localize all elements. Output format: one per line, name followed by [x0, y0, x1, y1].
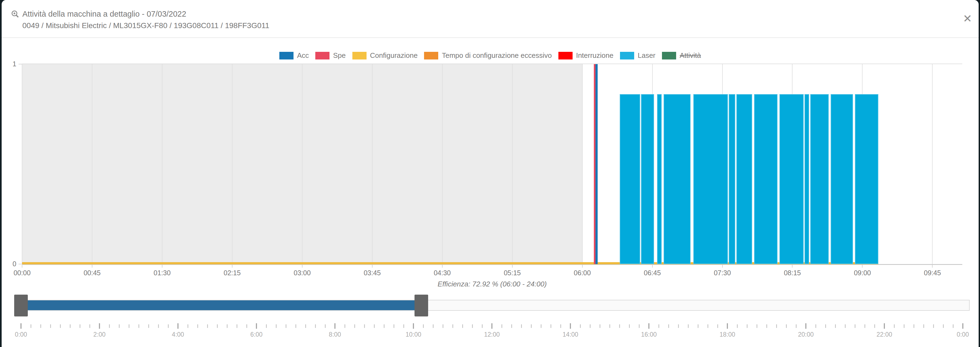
laser-bar[interactable]	[810, 94, 829, 264]
laser-bar[interactable]	[754, 94, 778, 264]
ruler-tick	[344, 325, 345, 328]
ruler-tick	[393, 325, 395, 328]
ruler-tick	[70, 325, 71, 328]
ruler-tick	[325, 325, 326, 328]
ruler-tick	[815, 325, 816, 328]
laser-bar[interactable]	[830, 94, 853, 264]
acc-event-line[interactable]	[595, 64, 598, 264]
ruler-tick	[835, 325, 836, 328]
ruler-tick	[805, 323, 807, 329]
x-tick	[162, 265, 162, 268]
ruler-tick	[796, 325, 797, 328]
ruler-tick	[148, 325, 149, 328]
ruler-tick-label: 0:00	[945, 331, 980, 338]
ruler-tick	[698, 325, 698, 328]
ruler-tick	[374, 325, 375, 328]
x-tick	[722, 265, 723, 268]
ruler-tick	[433, 325, 434, 328]
laser-bar[interactable]	[657, 94, 662, 264]
ruler-tick	[864, 325, 865, 328]
ruler-tick	[472, 325, 473, 328]
y-tick-dash	[19, 64, 22, 64]
ruler-tick	[99, 323, 100, 329]
ruler-tick	[442, 325, 444, 328]
ruler-tick	[188, 325, 188, 328]
ruler-tick	[403, 325, 404, 328]
slider-selected-range[interactable]	[21, 301, 421, 310]
ruler-tick	[168, 325, 169, 328]
laser-bar[interactable]	[641, 94, 654, 264]
ruler-tick	[560, 325, 561, 328]
ruler-tick	[266, 325, 267, 328]
gridline	[92, 64, 92, 264]
ruler-tick	[50, 325, 51, 328]
ruler-tick-label: 8:00	[317, 331, 353, 338]
ruler-tick	[413, 323, 414, 329]
ruler-tick	[609, 325, 610, 328]
x-tick	[582, 265, 583, 268]
gridline	[302, 64, 302, 264]
laser-bar[interactable]	[805, 94, 809, 264]
gridline	[232, 64, 232, 264]
ruler-tick	[60, 325, 61, 328]
laser-bar[interactable]	[855, 94, 878, 264]
gridline	[512, 64, 512, 264]
x-tick-label: 00:45	[73, 269, 111, 277]
gridline	[22, 64, 22, 264]
ruler-tick	[177, 323, 178, 329]
y-tick-dash	[19, 264, 22, 264]
x-tick-label: 08:15	[773, 269, 811, 277]
machine-activity-dialog: Attività della macchina a dettaglio - 07…	[2, 0, 978, 347]
ruler-tick-label: 4:00	[160, 331, 196, 338]
ruler-tick	[119, 325, 119, 328]
ruler-tick	[237, 325, 237, 328]
x-tick	[302, 265, 302, 268]
ruler-tick	[541, 325, 541, 328]
ruler-tick	[943, 325, 944, 328]
ruler-tick	[570, 323, 571, 329]
ruler-tick	[659, 325, 659, 328]
ruler-tick	[737, 325, 738, 328]
ruler-tick	[197, 325, 198, 328]
laser-bar[interactable]	[663, 94, 690, 264]
ruler-tick	[247, 325, 247, 328]
ruler-tick	[256, 323, 257, 329]
x-tick-label: 00:00	[3, 269, 41, 277]
ruler-tick	[423, 325, 424, 328]
ruler-tick	[874, 325, 875, 328]
x-tick	[652, 265, 653, 268]
ruler-tick	[227, 325, 228, 328]
ruler-tick	[923, 325, 924, 328]
ruler-tick	[305, 325, 306, 328]
ruler-tick	[40, 325, 41, 328]
gridline	[372, 64, 372, 264]
y-tick-label: 1	[5, 60, 16, 68]
ruler-tick	[286, 325, 286, 328]
laser-bar[interactable]	[780, 94, 804, 264]
ruler-tick	[296, 325, 296, 328]
ruler-tick	[678, 325, 679, 328]
laser-bar[interactable]	[729, 94, 735, 264]
ruler-tick-label: 16:00	[631, 331, 667, 338]
activity-timeline-chart: 00:0000:4501:3002:1503:0003:4504:3005:15…	[2, 0, 980, 347]
x-tick-label: 05:15	[493, 269, 531, 277]
ruler-tick	[217, 325, 218, 328]
ruler-tick	[962, 323, 963, 329]
ruler-tick	[207, 325, 208, 328]
slider-handle-left[interactable]	[14, 294, 28, 317]
ruler-tick	[708, 325, 708, 328]
laser-bar[interactable]	[693, 94, 728, 264]
laser-bar[interactable]	[737, 94, 752, 264]
efficiency-note: Efficienza: 72.92 % (06:00 - 24:00)	[22, 280, 962, 288]
ruler-tick	[845, 325, 846, 328]
ruler-tick	[354, 325, 355, 328]
ruler-tick-label: 6:00	[239, 331, 274, 338]
ruler-tick-label: 22:00	[867, 331, 902, 338]
ruler-tick	[600, 325, 600, 328]
ruler-tick	[757, 325, 757, 328]
ruler-tick	[913, 325, 914, 328]
laser-bar[interactable]	[620, 94, 640, 264]
slider-handle-right[interactable]	[415, 294, 428, 317]
ruler-tick-label: 0:00	[3, 331, 39, 338]
gridline	[932, 64, 932, 264]
